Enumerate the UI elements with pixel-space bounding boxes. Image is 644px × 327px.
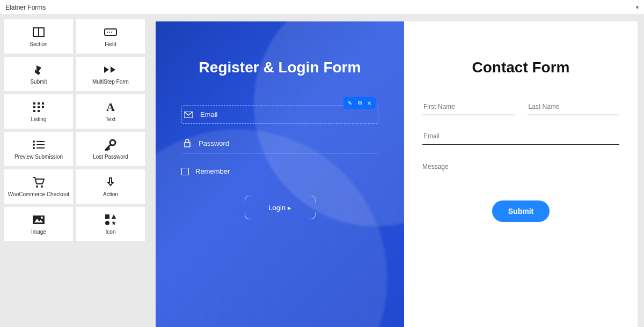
workspace: Section Field Submit MultiStep Form List… bbox=[0, 15, 644, 327]
svg-rect-2 bbox=[105, 29, 116, 35]
key-icon bbox=[105, 139, 116, 151]
topbar: Elatner Forms ▾ bbox=[0, 0, 644, 15]
widget-icon[interactable]: Icon bbox=[76, 207, 145, 241]
widget-field[interactable]: Field bbox=[76, 19, 145, 54]
svg-point-25 bbox=[41, 217, 43, 219]
widget-label: Field bbox=[105, 41, 116, 47]
contact-form-block[interactable]: Contact Form Message Submit bbox=[404, 21, 638, 327]
widget-label: Text bbox=[106, 116, 115, 122]
email-placeholder: Email bbox=[200, 110, 218, 118]
widget-label: Action bbox=[103, 191, 118, 197]
svg-point-21 bbox=[36, 185, 38, 188]
remember-row[interactable]: Remember bbox=[181, 167, 378, 175]
svg-rect-23 bbox=[33, 215, 45, 224]
svg-rect-29 bbox=[185, 143, 190, 147]
svg-rect-17 bbox=[36, 144, 45, 145]
svg-point-5 bbox=[111, 32, 112, 33]
login-button[interactable]: Login ▸ bbox=[246, 197, 314, 218]
topbar-title: Elatner Forms bbox=[5, 4, 46, 11]
delete-icon[interactable]: ✕ bbox=[365, 99, 374, 107]
svg-point-18 bbox=[33, 147, 35, 149]
login-button-label: Login ▸ bbox=[268, 204, 291, 212]
widget-section[interactable]: Section bbox=[4, 19, 73, 54]
login-form-block[interactable]: Register & Login Form ✎ ⧉ ✕ Email Passwo… bbox=[156, 21, 404, 327]
message-label: Message bbox=[422, 163, 619, 170]
widget-label: Listing bbox=[31, 116, 47, 122]
contact-form-title: Contact Form bbox=[422, 59, 619, 76]
login-form-title: Register & Login Form bbox=[181, 59, 378, 76]
envelope-icon bbox=[184, 112, 193, 118]
field-toolbar: ✎ ⧉ ✕ bbox=[343, 97, 376, 109]
widget-action[interactable]: Action bbox=[76, 169, 145, 204]
cart-icon bbox=[33, 176, 45, 188]
svg-rect-6 bbox=[33, 102, 35, 105]
svg-rect-11 bbox=[42, 106, 44, 108]
action-icon bbox=[105, 176, 116, 188]
image-icon bbox=[32, 214, 45, 226]
widget-listing[interactable]: Listing bbox=[4, 94, 73, 129]
multistep-icon bbox=[104, 64, 118, 76]
icon-icon bbox=[105, 214, 116, 226]
submit-icon bbox=[34, 64, 43, 76]
widget-preview-submission[interactable]: Preview Submission bbox=[4, 132, 73, 166]
svg-rect-9 bbox=[33, 106, 35, 108]
svg-point-16 bbox=[33, 144, 35, 146]
edit-icon[interactable]: ✎ bbox=[346, 99, 354, 107]
svg-rect-19 bbox=[36, 147, 45, 148]
field-icon bbox=[104, 26, 117, 38]
widget-submit[interactable]: Submit bbox=[4, 57, 73, 91]
widget-multistep[interactable]: MultiStep Form bbox=[76, 57, 145, 91]
widget-image[interactable]: Image bbox=[4, 207, 73, 241]
text-icon: A bbox=[106, 101, 115, 113]
widget-label: MultiStep Form bbox=[92, 79, 129, 85]
duplicate-icon[interactable]: ⧉ bbox=[355, 99, 364, 107]
svg-rect-10 bbox=[38, 106, 40, 108]
widget-label: Preview Submission bbox=[14, 154, 63, 160]
collapse-caret-icon[interactable]: ▾ bbox=[636, 4, 639, 10]
widget-label: WooCommerce Checkout bbox=[8, 191, 69, 197]
widget-label: Icon bbox=[106, 229, 116, 235]
widget-panel: Section Field Submit MultiStep Form List… bbox=[0, 15, 149, 327]
grid-icon bbox=[33, 101, 44, 113]
lock-icon bbox=[184, 139, 191, 147]
widget-label: Lost Password bbox=[93, 154, 128, 160]
last-name-input[interactable] bbox=[528, 100, 620, 115]
widget-lost-password[interactable]: Lost Password bbox=[76, 132, 145, 166]
svg-rect-7 bbox=[38, 102, 40, 105]
svg-point-3 bbox=[107, 32, 108, 33]
section-icon bbox=[33, 26, 45, 38]
svg-point-27 bbox=[105, 221, 109, 225]
email-field[interactable]: ✎ ⧉ ✕ Email bbox=[181, 105, 378, 124]
remember-label: Remember bbox=[195, 167, 230, 175]
password-field[interactable]: Password bbox=[181, 133, 378, 153]
submit-button[interactable]: Submit bbox=[492, 200, 550, 222]
svg-point-14 bbox=[33, 140, 35, 143]
widget-label: Section bbox=[30, 41, 47, 47]
canvas: Register & Login Form ✎ ⧉ ✕ Email Passwo… bbox=[149, 15, 644, 327]
widget-label: Submit bbox=[30, 79, 47, 85]
svg-rect-15 bbox=[36, 141, 45, 142]
widget-text[interactable]: A Text bbox=[76, 94, 145, 129]
svg-rect-13 bbox=[38, 110, 40, 112]
list-icon bbox=[33, 139, 45, 151]
svg-point-20 bbox=[110, 140, 115, 145]
password-placeholder: Password bbox=[199, 139, 229, 147]
svg-rect-26 bbox=[105, 214, 109, 219]
email-input[interactable] bbox=[422, 129, 619, 145]
svg-point-4 bbox=[109, 32, 110, 33]
svg-rect-8 bbox=[42, 102, 44, 105]
widget-label: Image bbox=[31, 229, 46, 235]
remember-checkbox[interactable] bbox=[181, 168, 189, 175]
svg-point-22 bbox=[41, 185, 43, 188]
svg-rect-12 bbox=[33, 110, 35, 112]
first-name-input[interactable] bbox=[422, 100, 515, 115]
widget-woocommerce-checkout[interactable]: WooCommerce Checkout bbox=[4, 169, 73, 204]
